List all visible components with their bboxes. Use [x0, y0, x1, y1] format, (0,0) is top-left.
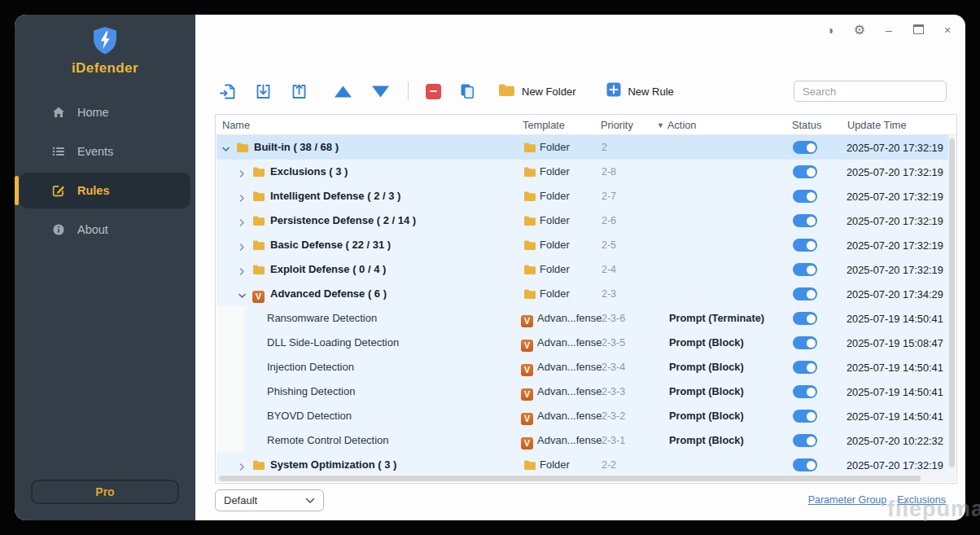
- vertical-scrollbar[interactable]: [948, 135, 956, 474]
- folder-icon: [252, 215, 265, 230]
- table-row[interactable]: DLL Side-Loading DetectionVAdvan...fense…: [217, 331, 956, 355]
- status-toggle[interactable]: [793, 458, 817, 471]
- new-rule-plus-icon: [606, 82, 621, 100]
- table-row[interactable]: Ransomware DetectionVAdvan...fense2-3-6P…: [217, 306, 956, 331]
- template-label: Advan...fense: [537, 434, 602, 446]
- status-toggle[interactable]: [793, 385, 817, 398]
- template-folder-icon: [523, 288, 536, 303]
- rule-name: Intelligent Defense ( 2 / 3 ): [270, 190, 400, 202]
- table-row[interactable]: Phishing DetectionVAdvan...fense2-3-3Pro…: [217, 379, 956, 404]
- duplicate-button[interactable]: [458, 82, 476, 100]
- import-file-button[interactable]: [218, 82, 237, 101]
- settings-gear-icon[interactable]: ⚙: [853, 22, 866, 38]
- folder-icon: [252, 459, 265, 474]
- status-toggle[interactable]: [793, 214, 817, 227]
- move-up-button[interactable]: [333, 85, 353, 99]
- indent-strip: [217, 306, 244, 331]
- column-header-name[interactable]: Name: [222, 119, 250, 131]
- sidebar-item-events[interactable]: Events: [15, 132, 195, 171]
- about-icon: [51, 223, 65, 236]
- collapse-chevron-icon[interactable]: [238, 289, 247, 298]
- expand-chevron-icon[interactable]: [238, 216, 247, 225]
- new-folder-button[interactable]: New Folder: [498, 83, 575, 100]
- table-row[interactable]: Basic Defense ( 22 / 31 )Folder2-52025-0…: [217, 233, 956, 257]
- template-label: Folder: [540, 239, 570, 251]
- sidebar-item-label: Events: [77, 145, 113, 158]
- table-row[interactable]: Exploit Defense ( 0 / 4 )Folder2-42025-0…: [217, 257, 956, 282]
- table-row[interactable]: Exclusions ( 3 )Folder2-82025-07-20 17:3…: [217, 160, 956, 184]
- table-row[interactable]: Built-in ( 38 / 68 )Folder22025-07-20 17…: [217, 135, 956, 160]
- table-row[interactable]: Intelligent Defense ( 2 / 3 )Folder2-720…: [217, 184, 956, 208]
- toolbar-divider: [408, 82, 409, 100]
- update-time: 2025-07-20 17:32:19: [847, 459, 950, 471]
- status-toggle[interactable]: [793, 287, 817, 300]
- pro-button[interactable]: Pro: [31, 480, 179, 504]
- new-rule-button[interactable]: New Rule: [606, 82, 673, 100]
- column-header-action[interactable]: ▼Action: [657, 119, 697, 131]
- table-row[interactable]: Remote Control DetectionVAdvan...fense2-…: [217, 428, 956, 453]
- column-header-template[interactable]: Template: [523, 119, 565, 131]
- template-v-badge-icon: V: [521, 362, 533, 376]
- table-row[interactable]: Injection DetectionVAdvan...fense2-3-4Pr…: [217, 355, 956, 379]
- template-folder-icon: [523, 264, 536, 278]
- column-header-status[interactable]: Status: [792, 119, 821, 131]
- delete-button[interactable]: [426, 84, 441, 99]
- folder-icon: [252, 264, 265, 278]
- template-v-badge-icon: V: [521, 313, 533, 327]
- chevron-down-icon: [305, 494, 315, 506]
- expand-chevron-icon[interactable]: [238, 265, 247, 274]
- minimize-icon[interactable]: –: [882, 22, 895, 38]
- status-toggle[interactable]: [793, 165, 817, 178]
- priority-value: 2-3-3: [602, 386, 625, 397]
- template-label: Advan...fense: [537, 410, 602, 422]
- table-header: Name Template Priority ▼Action Status Up…: [216, 115, 956, 135]
- indent-strip: [217, 428, 244, 453]
- profile-select[interactable]: Default: [215, 489, 324, 511]
- status-toggle[interactable]: [793, 434, 817, 447]
- table-row[interactable]: VAdvanced Defense ( 6 )Folder2-32025-07-…: [217, 282, 956, 306]
- status-toggle[interactable]: [793, 141, 817, 154]
- template-v-badge-icon: V: [521, 410, 533, 425]
- status-toggle[interactable]: [793, 361, 817, 374]
- rules-icon: [51, 184, 65, 197]
- column-header-update-time[interactable]: Update Time: [847, 119, 907, 131]
- priority-value: 2-2: [602, 459, 616, 471]
- status-toggle[interactable]: [793, 190, 817, 203]
- watermark: filepuma: [887, 497, 980, 522]
- theme-toggle-icon[interactable]: ◑: [824, 22, 837, 38]
- status-toggle[interactable]: [793, 263, 817, 276]
- sidebar-item-rules[interactable]: Rules: [15, 171, 195, 210]
- status-toggle[interactable]: [793, 312, 817, 325]
- template-label: Folder: [540, 165, 570, 178]
- maximize-icon[interactable]: [912, 22, 925, 38]
- sidebar-item-about[interactable]: About: [15, 210, 195, 249]
- status-toggle[interactable]: [793, 336, 817, 349]
- status-toggle[interactable]: [793, 410, 817, 423]
- import-box-button[interactable]: [254, 82, 273, 101]
- expand-chevron-icon[interactable]: [238, 167, 247, 176]
- rules-table: Name Template Priority ▼Action Status Up…: [215, 114, 957, 484]
- action-label: Prompt (Block): [669, 410, 744, 422]
- expand-chevron-icon[interactable]: [238, 460, 247, 469]
- parameter-group-link[interactable]: Parameter Group: [808, 494, 887, 506]
- search-input[interactable]: [794, 81, 947, 102]
- horizontal-scrollbar[interactable]: [217, 474, 947, 482]
- rule-name: BYOVD Detection: [267, 410, 352, 422]
- sidebar-item-home[interactable]: Home: [15, 93, 195, 132]
- sort-filter-icon: ▼: [657, 121, 664, 129]
- column-header-priority[interactable]: Priority: [601, 119, 633, 131]
- update-time: 2025-07-20 17:32:19: [847, 239, 950, 252]
- template-label: Folder: [540, 263, 570, 275]
- status-toggle[interactable]: [793, 239, 817, 252]
- folder-icon: [252, 239, 265, 254]
- table-row[interactable]: Persistence Defense ( 2 / 14 )Folder2-62…: [217, 208, 956, 233]
- table-row[interactable]: BYOVD DetectionVAdvan...fense2-3-2Prompt…: [217, 404, 956, 428]
- template-v-badge-icon: V: [521, 337, 533, 352]
- close-icon[interactable]: ×: [941, 22, 954, 38]
- expand-chevron-icon[interactable]: [238, 191, 247, 200]
- action-label: Prompt (Terminate): [669, 312, 764, 324]
- move-down-button[interactable]: [370, 85, 391, 99]
- collapse-chevron-icon[interactable]: [221, 143, 230, 151]
- export-box-button[interactable]: [290, 82, 308, 101]
- expand-chevron-icon[interactable]: [238, 240, 247, 249]
